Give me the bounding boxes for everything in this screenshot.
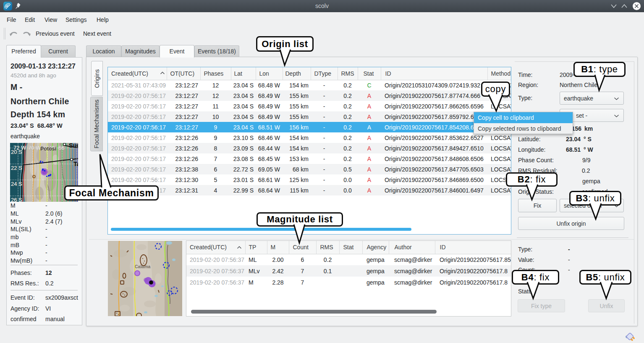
svg-text:24 S: 24 S: [11, 181, 22, 187]
svg-text:Suc: Suc: [69, 143, 78, 149]
svg-text:70 W: 70 W: [28, 145, 41, 151]
svg-text:26 S: 26 S: [11, 197, 22, 202]
svg-text:22 S: 22 S: [11, 165, 22, 171]
svg-text:20 S: 20 S: [11, 149, 22, 155]
svg-text:Calama: Calama: [135, 264, 151, 269]
svg-text:Potosi: Potosi: [40, 146, 56, 152]
svg-text:Ta: Ta: [73, 161, 78, 167]
